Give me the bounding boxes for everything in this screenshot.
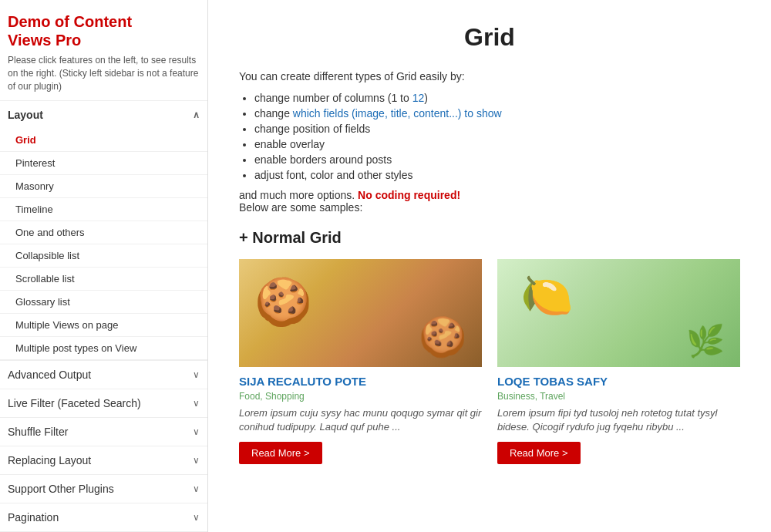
pagination-header[interactable]: Pagination ∨	[0, 503, 207, 531]
replacing-layout-chevron-icon: ∨	[193, 455, 200, 466]
pagination-label: Pagination	[8, 511, 59, 524]
shuffle-filter-header[interactable]: Shuffle Filter ∨	[0, 418, 207, 446]
live-filter-chevron-icon: ∨	[193, 398, 200, 409]
section-title: + Normal Grid	[239, 229, 740, 247]
page-heading: Grid	[239, 23, 740, 52]
advanced-output-chevron-icon: ∨	[193, 369, 200, 380]
footer-text: and much more options. No coding require…	[239, 189, 740, 214]
sidebar-item-scrollable-list[interactable]: Scrollable list	[0, 268, 207, 291]
layout-nav-items: Grid Pinterest Masonry Timeline One and …	[0, 129, 207, 360]
live-filter-section: Live Filter (Faceted Search) ∨	[0, 389, 207, 417]
sidebar-item-multiple-views[interactable]: Multiple Views on page	[0, 314, 207, 337]
layout-chevron-icon: ∧	[193, 109, 200, 120]
feature-item-fields: change which fields (image, title, conte…	[254, 107, 740, 120]
sidebar-item-pinterest[interactable]: Pinterest	[0, 152, 207, 175]
sidebar-item-glossary-list[interactable]: Glossary list	[0, 291, 207, 314]
shuffle-filter-section: Shuffle Filter ∨	[0, 417, 207, 446]
sidebar-subtitle: Please click features on the left, to se…	[0, 51, 207, 100]
feature-item-styles: adjust font, color and other styles	[254, 169, 740, 181]
support-other-plugins-chevron-icon: ∨	[193, 483, 200, 494]
fields-highlight: which fields (image, title, content...) …	[293, 107, 502, 120]
sidebar-item-masonry[interactable]: Masonry	[0, 175, 207, 198]
advanced-output-header[interactable]: Advanced Output ∨	[0, 361, 207, 389]
card-1-title[interactable]: SIJA RECALUTO POTE	[239, 375, 482, 388]
feature-list: change number of columns (1 to 12) chang…	[254, 92, 740, 181]
sidebar-title: Demo of Content Views Pro	[0, 8, 207, 51]
card-1: SIJA RECALUTO POTE Food, Shopping Lorem …	[239, 259, 482, 464]
card-1-image	[239, 259, 482, 367]
replacing-layout-section: Replacing Layout ∨	[0, 446, 207, 474]
pagination-chevron-icon: ∨	[193, 512, 200, 523]
sidebar-item-grid[interactable]: Grid	[0, 129, 207, 152]
card-2-title[interactable]: LOQE TOBAS SAFY	[497, 375, 740, 388]
feature-item-columns: change number of columns (1 to 12)	[254, 92, 740, 104]
card-2: LOQE TOBAS SAFY Business, Travel Lorem i…	[497, 259, 740, 464]
sidebar-title-line1: Demo of Content	[8, 13, 132, 30]
feature-item-overlay: enable overlay	[254, 138, 740, 150]
live-filter-header[interactable]: Live Filter (Faceted Search) ∨	[0, 389, 207, 417]
sidebar-item-one-and-others[interactable]: One and others	[0, 221, 207, 244]
card-2-excerpt: Lorem ipsum fipi tyd tusoloj neh rotetog…	[497, 406, 740, 434]
card-1-excerpt: Lorem ipsum cuju sysy hac munu qoqugo sy…	[239, 406, 482, 434]
card-1-categories: Food, Shopping	[239, 391, 482, 402]
advanced-output-label: Advanced Output	[8, 369, 91, 381]
advanced-output-section: Advanced Output ∨	[0, 360, 207, 389]
main-content: Grid You can create different types of G…	[208, 0, 771, 532]
feature-item-borders: enable borders around posts	[254, 153, 740, 166]
sidebar: Demo of Content Views Pro Please click f…	[0, 0, 208, 532]
support-other-plugins-label: Support Other Plugins	[8, 483, 114, 495]
support-other-plugins-header[interactable]: Support Other Plugins ∨	[0, 475, 207, 503]
live-filter-label: Live Filter (Faceted Search)	[8, 397, 141, 409]
card-2-read-more[interactable]: Read More >	[497, 442, 581, 464]
intro-text: You can create different types of Grid e…	[239, 70, 740, 82]
sidebar-item-timeline[interactable]: Timeline	[0, 198, 207, 221]
pagination-section: Pagination ∨	[0, 503, 207, 531]
support-other-plugins-section: Support Other Plugins ∨	[0, 474, 207, 503]
content-inner: Grid You can create different types of G…	[208, 0, 771, 532]
sidebar-item-collapsible-list[interactable]: Collapsible list	[0, 244, 207, 268]
card-1-read-more[interactable]: Read More >	[239, 442, 322, 464]
sidebar-item-multiple-post-types[interactable]: Multiple post types on View	[0, 337, 207, 360]
feature-item-position: change position of fields	[254, 123, 740, 135]
cards-grid: SIJA RECALUTO POTE Food, Shopping Lorem …	[239, 259, 740, 464]
shuffle-filter-label: Shuffle Filter	[8, 426, 68, 438]
layout-section-label: Layout	[8, 109, 43, 121]
shuffle-filter-chevron-icon: ∨	[193, 426, 200, 437]
card-2-image	[497, 259, 740, 367]
layout-section-header[interactable]: Layout ∧	[0, 101, 207, 129]
sidebar-title-line2: Views Pro	[8, 32, 81, 49]
no-coding-highlight: No coding required!	[358, 189, 460, 201]
card-2-categories: Business, Travel	[497, 391, 740, 402]
layout-section: Layout ∧ Grid Pinterest Masonry Timeline…	[0, 100, 207, 360]
replacing-layout-label: Replacing Layout	[8, 454, 91, 466]
columns-link[interactable]: 12	[412, 92, 425, 104]
replacing-layout-header[interactable]: Replacing Layout ∨	[0, 446, 207, 474]
